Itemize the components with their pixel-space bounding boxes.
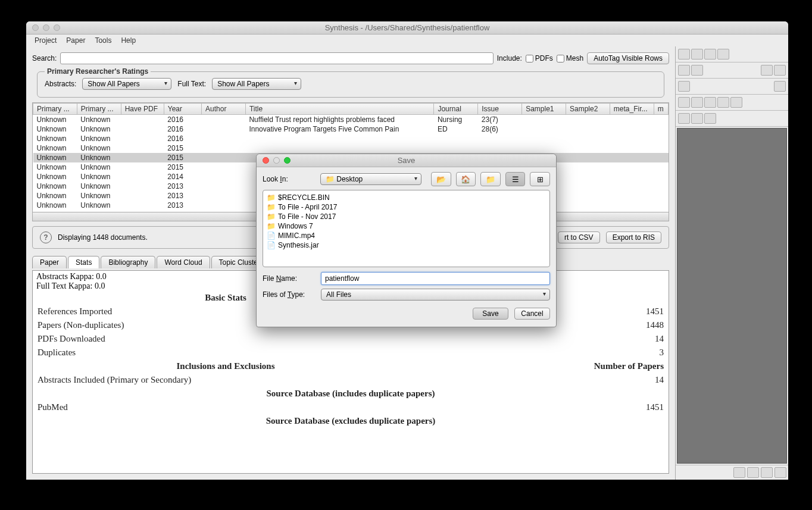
folder-icon [267,193,276,202]
column-header[interactable]: Year [164,104,201,115]
attachment-icon[interactable] [774,467,786,478]
file-item[interactable]: Windows 7 [266,221,547,231]
menu-help[interactable]: Help [117,35,139,46]
rotate-right-icon[interactable] [717,97,729,108]
menu-tools[interactable]: Tools [91,35,115,46]
lookin-select[interactable]: 📁 Desktop [320,173,421,185]
view-single-icon[interactable] [678,113,690,124]
menu-paper[interactable]: Paper [63,35,89,46]
menubar: Project Paper Tools Help [26,35,788,46]
filename-label: File Name: [263,274,316,283]
up-folder-icon[interactable]: 📂 [431,172,451,186]
abstracts-label: Abstracts: [45,80,76,88]
bookmark-icon[interactable] [747,467,759,478]
fulltext-label: Full Text: [177,80,206,88]
titlebar: Synthesis - /Users/Shared/Synthesis/pati… [26,21,788,35]
fulltext-select[interactable]: Show All Papers [212,78,301,90]
new-folder-icon[interactable]: 📁 [480,172,501,186]
file-item[interactable]: To File - April 2017 [266,202,547,212]
table-row[interactable]: UnknownUnknown2016Nuffield Trust report … [33,115,669,125]
menu-project[interactable]: Project [31,35,60,46]
column-header[interactable]: m [654,104,668,115]
zoom-out-icon[interactable] [678,81,690,92]
copy-icon[interactable] [704,49,716,60]
ratings-legend: Primary Researcher's Ratings [45,67,151,76]
nav-down-icon[interactable] [761,65,773,76]
save-icon[interactable] [678,49,690,60]
page-icon[interactable] [733,467,745,478]
column-header[interactable]: Primary ... [33,104,77,115]
nav-last-icon[interactable] [774,65,786,76]
pdf-preview [677,128,787,464]
print-icon[interactable] [691,49,703,60]
table-row[interactable]: UnknownUnknown2016 [33,134,669,143]
save-dialog: Save Look In: 📁 Desktop 📂 🏠 📁 ☰ ⊞ $RECYC… [256,154,557,327]
include-label: Include: [497,54,522,62]
column-header[interactable]: Issue [478,104,522,115]
file-icon [267,231,276,240]
tab-word-cloud[interactable]: Word Cloud [157,256,210,268]
column-header[interactable]: Sample2 [566,104,610,115]
nav-up-icon[interactable] [691,65,703,76]
view-facing-icon[interactable] [704,113,716,124]
undo-icon[interactable] [678,97,690,108]
folder-icon [267,212,276,221]
cancel-button[interactable]: Cancel [514,308,550,320]
list-view-icon[interactable]: ☰ [505,172,526,186]
column-header[interactable]: Title [245,104,434,115]
view-continuous-icon[interactable] [691,113,703,124]
file-item[interactable]: MIMIC.mp4 [266,231,547,240]
save-button[interactable]: Save [473,308,508,320]
side-toolbar [676,46,788,62]
autotag-button[interactable]: AutoTag Visible Rows [587,52,669,64]
column-header[interactable]: Journal [434,104,478,115]
file-item[interactable]: To File - Nov 2017 [266,212,547,221]
column-header[interactable]: Have PDF [121,104,164,115]
help-icon[interactable]: ? [40,231,52,243]
column-header[interactable]: Primary ... [77,104,121,115]
file-item[interactable]: Synthesis.jar [266,240,547,250]
source-db-nodup-header: Source Database (excludes duplicate pape… [34,414,667,428]
folder-icon [267,203,276,211]
details-view-icon[interactable]: ⊞ [530,172,550,186]
lookin-label: Look In: [263,175,316,183]
abstracts-select[interactable]: Show All Papers [82,78,171,90]
export-ris-button[interactable]: Export to RIS [606,231,661,243]
pdfs-checkbox[interactable] [526,55,533,62]
rotate-left-icon[interactable] [704,97,716,108]
export-csv-button[interactable]: rt to CSV [558,231,600,243]
file-list[interactable]: $RECYCLE.BINTo File - April 2017To File … [263,190,550,267]
side-panel [675,46,788,480]
thumbnail-icon[interactable] [761,467,773,478]
dialog-title: Save [257,156,556,165]
search-label: Search: [32,54,57,62]
ratings-fieldset: Primary Researcher's Ratings Abstracts: … [37,71,664,98]
table-row[interactable]: UnknownUnknown2016Innovative Program Tar… [33,124,669,134]
tab-paper[interactable]: Paper [32,256,67,268]
tab-bibliography[interactable]: Bibliography [101,256,155,268]
folder-icon [267,222,276,230]
inclusions-header: Inclusions and Exclusions [34,359,417,373]
column-header[interactable]: Author [202,104,246,115]
zoom-in-icon[interactable] [774,81,786,92]
paste-icon[interactable] [717,49,729,60]
nav-first-icon[interactable] [678,65,690,76]
mesh-checkbox[interactable] [557,55,564,62]
filename-input[interactable] [321,272,550,285]
search-bar: Search: Include: PDFs Mesh AutoTag Visib… [30,50,672,67]
window-title: Synthesis - /Users/Shared/Synthesis/pati… [26,23,788,32]
home-icon[interactable]: 🏠 [456,172,476,186]
redo-icon[interactable] [691,97,703,108]
file-icon [267,241,276,249]
source-db-dup-header: Source Database (includes duplicate pape… [34,387,667,401]
file-item[interactable]: $RECYCLE.BIN [266,193,547,202]
column-header[interactable]: Sample1 [522,104,566,115]
filetype-select[interactable]: All Files [321,289,550,301]
search-input[interactable] [60,52,493,64]
refresh-icon[interactable] [730,97,742,108]
filetype-label: Files of Type: [263,290,316,299]
table-row[interactable]: UnknownUnknown2015 [33,143,669,153]
tab-stats[interactable]: Stats [68,256,99,268]
column-header[interactable]: meta_Fir... [610,104,654,115]
